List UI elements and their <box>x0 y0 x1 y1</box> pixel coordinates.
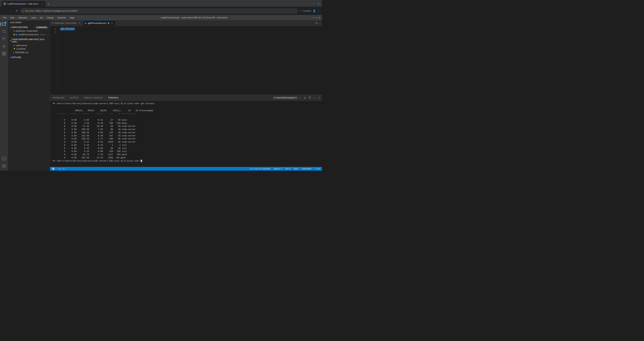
ps-tab-icon: ▶ <box>85 22 87 24</box>
tab-terminal[interactable]: TERMINAL <box>105 95 122 101</box>
code-area[interactable]: get-process <box>58 26 322 95</box>
getproccesses-label: ● getProccesses.ps1 <box>18 33 39 36</box>
tab-problems[interactable]: PROBLEMS <box>50 95 67 101</box>
readme-label: README.md <box>15 51 28 54</box>
url-text: https:// .westus2.cloudapp.azure.com:844… <box>36 10 77 12</box>
ps-tab-close[interactable]: ✕ <box>110 22 114 25</box>
activity-terminal-icon[interactable] <box>1 155 8 162</box>
activity-search[interactable] <box>1 28 8 35</box>
sidebar-item-code-server[interactable]: ≡ code-server <box>8 44 50 47</box>
extension-icon: ≡ <box>14 30 15 32</box>
bookmark-icon[interactable]: ☆ <box>299 9 302 12</box>
status-encoding[interactable]: UTF-8 <box>284 168 291 170</box>
tab-close-button[interactable]: × <box>41 2 44 5</box>
status-language[interactable]: PowerShell <box>301 168 312 170</box>
workspace-section: ▾ CODE-SERVER1.696-VSC1.33.0-LINU... ≡ c… <box>8 37 50 55</box>
close-panel-button[interactable]: ✕ <box>317 96 321 100</box>
tab-output[interactable]: OUTPUT <box>67 95 81 101</box>
menu-bar: File Edit Selection View Go Debug Termin… <box>0 15 322 20</box>
sidebar: Explorer ▾ Open Editors 1 Unsaved ≡ Exte… <box>8 20 50 170</box>
menu-file[interactable]: File <box>1 16 8 20</box>
url-bar[interactable]: ⚠ Not secure https:// .westus2.cloudapp.… <box>20 8 298 14</box>
browser-tab-active[interactable]: ● getProccesses.ps1 - code-serve... × <box>1 1 46 7</box>
status-line-col[interactable]: Ln 1, Col 1 (11 selected) <box>250 168 271 170</box>
split-editor-icon[interactable]: ⊞ <box>316 22 318 24</box>
activity-bar-bottom <box>1 155 8 170</box>
terminal-row: 0 0.00 0.15 0.00 538 538 init <box>53 150 319 153</box>
sidebar-item-extension-powershell[interactable]: ≡ Extension: PowerShell <box>8 29 50 33</box>
ext-tab-icon: ≡ <box>52 22 53 24</box>
browser-close-button[interactable]: ✕ <box>317 2 321 6</box>
split-terminal-button[interactable]: ⊞ <box>303 96 306 100</box>
status-line-ending[interactable]: CRLF <box>293 168 299 170</box>
code-server-label: code-server <box>16 44 27 47</box>
vscode-close-button[interactable]: ✕ <box>318 16 320 19</box>
status-spaces[interactable]: Spaces: 4 <box>273 168 282 170</box>
code-line-2 <box>60 30 320 34</box>
open-editors-header[interactable]: ▾ Open Editors 1 Unsaved <box>8 26 50 29</box>
browser-minimize-button[interactable]: — <box>307 2 311 6</box>
ext-tab-close[interactable]: ✕ <box>78 22 81 24</box>
menu-icon[interactable]: ⋮ <box>317 9 320 12</box>
activity-explorer[interactable]: 1 <box>1 21 8 28</box>
terminal-row: 0 0.00 0.11 0.01 1349 36 code-server <box>53 140 319 144</box>
nav-reload-button[interactable]: ↺ <box>14 8 19 13</box>
status-errors[interactable]: ✕ 0 ⚠ 0 <box>56 168 65 170</box>
menu-selection[interactable]: Selection <box>16 16 29 20</box>
open-editors-label: Open Editors <box>12 26 28 28</box>
nav-back-button[interactable]: ← <box>2 8 7 13</box>
tab-extension-powershell[interactable]: ≡ Extension: PowerShell ✕ <box>50 20 83 26</box>
status-bar-right: Ln 1, Col 1 (11 selected) Spaces: 4 UTF-… <box>250 168 321 170</box>
terminal-prompt-1: PS /mnt/c/Users/darrenjrobinson/code-ser… <box>53 102 319 105</box>
activity-source-control[interactable] <box>1 36 8 42</box>
activity-debug[interactable] <box>1 43 8 50</box>
terminal-content[interactable]: PS /mnt/c/Users/darrenjrobinson/code-ser… <box>50 101 322 167</box>
account-icon[interactable]: 👤 <box>312 9 316 12</box>
terminal-row: 0 0.00 200.30 3.71 180 36 code-server <box>53 137 319 140</box>
more-actions-icon[interactable]: ··· <box>319 22 321 24</box>
url-secure-label: Not secure <box>25 10 35 12</box>
status-remote[interactable] <box>51 168 55 170</box>
terminal-panel: PROBLEMS OUTPUT DEBUG CONSOLE TERMINAL 1… <box>50 95 322 167</box>
tab-modified-dot <box>108 22 109 24</box>
svg-rect-13 <box>2 157 6 160</box>
sidebar-title: Explorer <box>8 20 50 25</box>
sidebar-item-readme[interactable]: ℹ README.md <box>8 51 50 54</box>
menu-edit[interactable]: Edit <box>9 16 16 20</box>
browser-maximize-button[interactable]: □ <box>312 2 316 6</box>
sidebar-item-license[interactable]: ⚑ LICENSE <box>8 47 50 51</box>
workspace-header[interactable]: ▾ CODE-SERVER1.696-VSC1.33.0-LINU... <box>8 38 50 44</box>
outline-header[interactable]: ▸ Outline <box>8 56 50 59</box>
new-tab-button[interactable]: + <box>46 2 51 7</box>
vscode-maximize-button[interactable]: □ <box>316 16 317 19</box>
terminal-dropdown[interactable]: 1: PowerShell Integrate ▾ <box>272 96 298 99</box>
window-controls: — □ ✕ <box>307 2 321 7</box>
menu-debug[interactable]: Debug <box>45 16 55 20</box>
menu-terminal[interactable]: Terminal <box>56 16 67 20</box>
tab-debug-console[interactable]: DEBUG CONSOLE <box>81 95 105 101</box>
activity-settings[interactable] <box>1 162 8 169</box>
terminal-row: 0 0.00 3.95 0.41 37 36 bash <box>53 118 319 122</box>
tab-getproccesses[interactable]: ▶ getProccesses.ps1 ✕ <box>83 20 116 26</box>
menu-help[interactable]: Help <box>68 16 76 20</box>
sidebar-item-getproccesses[interactable]: ▶ ● getProccesses.ps1 /mnt/c/... <box>8 33 50 36</box>
activity-extensions[interactable] <box>1 50 8 57</box>
add-terminal-button[interactable]: + <box>299 96 302 100</box>
nav-forward-button[interactable]: → <box>8 8 13 13</box>
outline-label: Outline <box>12 56 21 58</box>
menu-view[interactable]: View <box>30 16 38 20</box>
maximize-panel-button[interactable]: ∧ <box>313 96 316 100</box>
terminal-table-output: NPM(K) PM(M) WS(M) CPU(s) Id SI ProcessN… <box>53 106 319 118</box>
delete-terminal-button[interactable] <box>308 96 312 100</box>
terminal-row: 0 0.00 83.73 7.24 1217 538 pwsh <box>53 153 319 156</box>
status-bar-left: ✕ 0 ⚠ 0 <box>51 168 65 170</box>
menu-go[interactable]: Go <box>38 16 44 20</box>
open-editors-chevron: ▾ <box>10 26 11 28</box>
panel-tabs: PROBLEMS OUTPUT DEBUG CONSOLE TERMINAL 1… <box>50 95 322 101</box>
vscode-minimize-button[interactable]: — <box>312 16 314 19</box>
outline-section: ▸ Outline <box>8 55 50 60</box>
browser-tab-title: ● getProccesses.ps1 - code-serve... <box>8 3 40 5</box>
status-version[interactable]: 🔷 6.2 <box>314 168 321 170</box>
address-bar-right: ☆ Incognito 👤 ⋮ <box>299 9 320 12</box>
terminal-row: 0 0.00 0.15 0.15 1 1 init <box>53 144 319 147</box>
